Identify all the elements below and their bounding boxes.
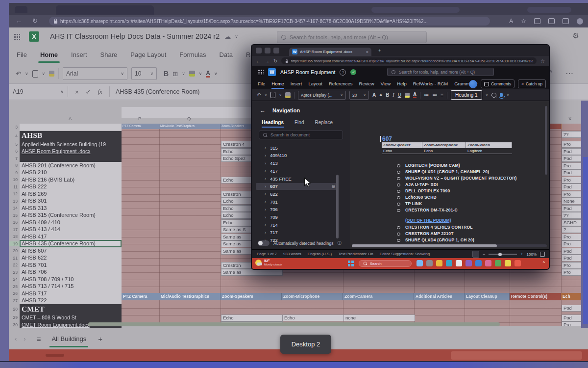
zoom-out-icon[interactable]: − xyxy=(483,252,485,257)
row-number[interactable]: 12 xyxy=(9,191,20,196)
grid-cell[interactable]: Pod xyxy=(562,184,581,190)
row-number[interactable]: 21 xyxy=(9,256,20,261)
chevron-down-icon[interactable]: ∨ xyxy=(279,93,282,97)
reload-icon[interactable]: ↻ xyxy=(273,58,277,64)
start-button-icon[interactable] xyxy=(348,261,354,266)
numbered-list-icon[interactable]: ≕ xyxy=(432,92,437,98)
row-cell[interactable]: CMET – 808 S Wood St xyxy=(20,314,122,321)
catch-up-button[interactable]: » Catch up xyxy=(518,79,546,88)
taskbar-icon-defender[interactable] xyxy=(485,260,491,266)
word-menu-insert[interactable]: Insert xyxy=(291,81,302,86)
underline-icon[interactable]: U xyxy=(398,92,401,98)
taskbar-icon-chat[interactable] xyxy=(426,260,433,266)
row-cell[interactable]: AHSB 706 xyxy=(20,268,122,276)
grid-cell[interactable]: Echo xyxy=(282,315,344,321)
next-sheet-icon[interactable]: › xyxy=(24,335,25,342)
undo-icon[interactable]: ↶ xyxy=(257,92,261,98)
waffle-app-launcher-icon[interactable] xyxy=(258,69,264,75)
cancel-icon[interactable]: × xyxy=(75,88,79,96)
font-size-select[interactable]: 10∨ xyxy=(131,67,157,80)
window-control-icon[interactable] xyxy=(265,48,270,53)
taskbar-icon-sticky-notes[interactable] xyxy=(505,260,511,266)
comments-button[interactable]: Comments xyxy=(481,79,514,88)
nav-heading-315[interactable]: ›315 xyxy=(256,144,338,152)
excel-menu-insert[interactable]: Insert xyxy=(71,51,87,58)
row-cell[interactable]: CMET xyxy=(20,304,122,314)
nav-heading-413[interactable]: ›413 xyxy=(256,159,338,167)
add-sheet-icon[interactable]: + xyxy=(98,335,102,343)
doc-equipment-table[interactable]: Zoom-SpeakerZoom-MicrophoneZoom-Video Ec… xyxy=(382,142,512,154)
back-icon[interactable]: ← xyxy=(256,58,261,64)
word-menu-layout[interactable]: Layout xyxy=(308,81,322,86)
taskbar-icon-quick-assist[interactable] xyxy=(416,260,423,266)
zoom-level[interactable]: 100% xyxy=(527,252,537,257)
grid-cell[interactable]: Pro xyxy=(562,262,581,269)
word-menu-home[interactable]: Home xyxy=(271,81,284,86)
chevron-down-icon[interactable]: ∨ xyxy=(264,93,267,97)
row-cell[interactable]: Applied Health Sciences Building (19 xyxy=(20,141,122,148)
zoom-in-icon[interactable]: + xyxy=(520,252,523,257)
grid-cell[interactable]: Pod xyxy=(562,255,581,262)
nav-heading-607[interactable]: ›607⊖ xyxy=(256,183,338,190)
grid-cell[interactable]: Pro xyxy=(562,269,581,276)
bullet-list-icon[interactable]: ≔ xyxy=(424,92,429,98)
grid-cell[interactable]: ? xyxy=(562,226,581,233)
doc-heading-607[interactable]: 607 xyxy=(382,135,392,142)
grid-cell[interactable]: Same as xyxy=(221,269,283,276)
excel-menu-data[interactable]: Data xyxy=(220,51,233,58)
dictate-microphone-icon[interactable] xyxy=(500,93,503,97)
taskbar-icon-outlook[interactable] xyxy=(514,260,521,266)
chevron-down-icon[interactable]: ∨ xyxy=(486,93,489,97)
taskbar-icon-app-white[interactable] xyxy=(456,260,462,266)
font-color-icon[interactable]: A xyxy=(413,92,416,98)
grid-cell[interactable]: Pod xyxy=(562,148,581,155)
row-cell[interactable]: AHSB 210 xyxy=(20,169,122,177)
grid-cell[interactable]: Pro xyxy=(562,234,581,240)
new-tab-icon[interactable]: + xyxy=(378,48,381,53)
row-cell[interactable]: AHSB 413 / 414 xyxy=(20,226,122,234)
address-bar[interactable]: https://uic365.sharepoint.com/:w:/r/site… xyxy=(281,57,537,64)
nav-scrollbar[interactable] xyxy=(336,175,339,238)
doc-vertical-scrollbar[interactable] xyxy=(545,106,547,175)
nav-heading-435-FREE[interactable]: ›435 FREE xyxy=(256,175,338,183)
row-number[interactable]: 30 xyxy=(9,322,20,327)
taskbar-icon-photos[interactable] xyxy=(495,260,501,266)
row-cell[interactable]: AHSB 409 / 410 xyxy=(20,219,122,227)
window-control-icon[interactable] xyxy=(256,48,262,53)
fit-page-icon[interactable] xyxy=(540,252,545,257)
taskbar-icon-browser[interactable] xyxy=(475,260,482,266)
grow-font-icon[interactable]: A xyxy=(372,92,376,98)
prev-sheet-icon[interactable]: ‹ xyxy=(15,335,17,342)
close-tab-icon[interactable]: × xyxy=(366,50,368,54)
browser-window-controls[interactable] xyxy=(15,6,27,13)
row-number[interactable]: 15 xyxy=(9,213,20,218)
row-number[interactable]: 5 xyxy=(9,142,20,147)
chevron-down-icon[interactable]: ∨ xyxy=(214,71,218,76)
row-number[interactable]: 6 xyxy=(9,149,20,154)
show-hidden-icons-caret[interactable]: ^ xyxy=(543,261,545,265)
row-number[interactable]: 29 xyxy=(9,315,20,320)
row-number[interactable]: 11 xyxy=(9,184,20,189)
address-bar[interactable]: https://uic365.sharepoint.com/:x:/r/site… xyxy=(49,17,490,26)
row-number[interactable]: 3 xyxy=(9,125,20,130)
excel-menu-share[interactable]: Share xyxy=(100,51,118,58)
highlight-icon[interactable] xyxy=(405,93,410,98)
nav-heading-622[interactable]: ›622 xyxy=(256,190,338,198)
window-control-icon[interactable] xyxy=(273,48,279,53)
row-number[interactable]: 16 xyxy=(9,220,20,225)
column-letter-Q[interactable]: Q xyxy=(187,116,191,121)
borders-icon[interactable]: ⊞ xyxy=(172,70,178,78)
excel-menu-home[interactable]: Home xyxy=(40,51,58,58)
grid-cell[interactable]: Pro xyxy=(562,177,581,184)
word-menu-references[interactable]: References xyxy=(329,81,353,86)
grid-cell[interactable]: Pod xyxy=(562,169,581,176)
row-cell[interactable]: AHSB 713 / 714 / 715 xyxy=(20,283,122,290)
word-search-box[interactable]: Search for tools, help, and more (Alt + … xyxy=(387,68,494,76)
undo-icon[interactable]: ↶ xyxy=(16,70,21,78)
bold-icon[interactable]: B xyxy=(164,70,169,78)
font-size-select[interactable]: 20∨ xyxy=(349,91,369,100)
row-cell[interactable]: AHSB 216 (BVIS Lab) xyxy=(20,176,122,184)
nav-tab-replace[interactable]: Replace xyxy=(315,120,333,125)
row-cell[interactable]: AHSB 701 xyxy=(20,262,122,269)
column-letter-A[interactable]: A xyxy=(69,116,72,121)
